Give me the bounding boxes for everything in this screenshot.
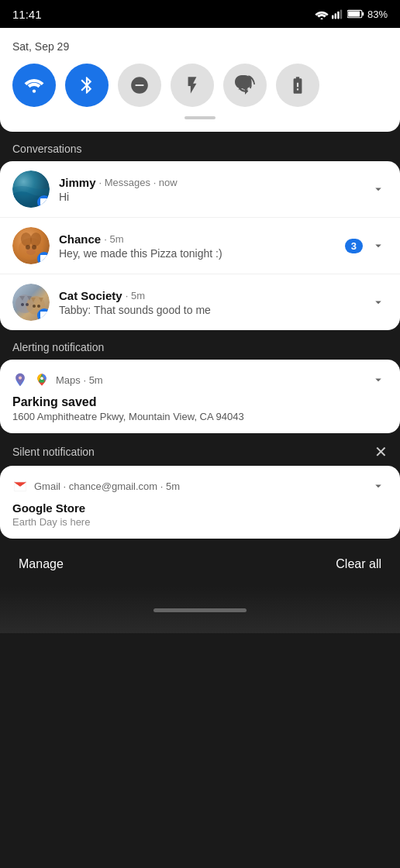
status-icons: 83% — [315, 9, 388, 20]
svg-point-27 — [40, 377, 43, 380]
svg-rect-4 — [340, 9, 342, 19]
conversation-chance[interactable]: Chance · 5m Hey, we made this Pizza toni… — [0, 217, 400, 274]
manage-button[interactable]: Manage — [19, 557, 64, 571]
expand-chance[interactable] — [369, 236, 388, 255]
alert-app-name: Maps · 5m — [56, 374, 363, 386]
battery-saver-tile[interactable] — [276, 64, 319, 107]
alert-body: 1600 Amphitheatre Pkwy, Mountain View, C… — [12, 411, 388, 422]
wifi-tile[interactable] — [12, 64, 56, 107]
expand-gmail[interactable] — [369, 477, 388, 495]
svg-rect-3 — [337, 12, 339, 19]
bottom-blur-area — [0, 587, 400, 633]
conv-content-cat: Cat Society · 5m Tabby: That sounds good… — [59, 289, 363, 316]
avatar-cat-society — [12, 284, 50, 321]
dnd-tile[interactable] — [118, 64, 161, 107]
svg-point-14 — [32, 245, 36, 250]
conversation-cat-society[interactable]: Cat Society · 5m Tabby: That sounds good… — [0, 274, 400, 330]
flashlight-tile[interactable] — [171, 64, 214, 107]
conv-name-jimmy: Jimmy — [59, 176, 96, 189]
alert-title: Parking saved — [12, 395, 388, 409]
maps-icon — [12, 372, 28, 388]
quick-settings-panel: Sat, Sep 29 — [0, 28, 400, 132]
conv-name-chance: Chance — [59, 232, 101, 246]
status-bar: 11:41 83% — [0, 0, 400, 28]
conv-content-jimmy: Jimmy · Messages · now Hi — [59, 176, 363, 203]
bottom-bar: Manage Clear all — [0, 542, 400, 587]
svg-point-15 — [26, 249, 36, 255]
alerting-label: Alerting notification — [0, 330, 400, 360]
expand-alerting[interactable] — [369, 370, 388, 389]
gmail-notification[interactable]: Gmail · chance@gmail.com · 5m Google Sto… — [0, 466, 400, 539]
svg-rect-7 — [348, 11, 360, 16]
home-indicator[interactable] — [153, 608, 247, 612]
bluetooth-tile[interactable] — [65, 64, 109, 107]
battery-status-icon — [347, 9, 364, 19]
quick-settings-date: Sat, Sep 29 — [12, 40, 388, 53]
wifi-status-icon — [315, 9, 329, 19]
status-time: 11:41 — [12, 8, 42, 21]
clear-all-button[interactable]: Clear all — [336, 557, 381, 571]
svg-point-25 — [37, 305, 40, 308]
rotate-tile[interactable] — [223, 64, 267, 107]
gmail-body: Earth Day is here — [12, 516, 388, 528]
alerting-notification[interactable]: Maps · 5m Parking saved 1600 Amphitheatr… — [0, 360, 400, 433]
svg-rect-6 — [362, 12, 364, 16]
conv-actions-cat — [369, 293, 388, 312]
svg-rect-1 — [332, 16, 333, 19]
alert-header: Maps · 5m — [12, 370, 388, 389]
maps-app-icon — [34, 372, 50, 388]
gmail-header: Gmail · chance@gmail.com · 5m — [12, 477, 388, 495]
svg-point-13 — [26, 245, 30, 250]
conversation-jimmy[interactable]: Jimmy · Messages · now Hi — [0, 161, 400, 217]
expand-jimmy[interactable] — [369, 180, 388, 198]
conv-message-chance: Hey, we made this Pizza tonight :) — [59, 247, 339, 260]
messages-badge-jimmy — [37, 195, 50, 208]
svg-point-24 — [33, 305, 36, 308]
silent-close-button[interactable]: ✕ — [374, 444, 388, 460]
signal-status-icon — [332, 9, 344, 19]
quick-tiles — [12, 64, 388, 107]
conv-message-jimmy: Hi — [59, 191, 363, 203]
unread-badge-chance: 3 — [345, 239, 363, 253]
silent-notification-header: Silent notification ✕ — [0, 433, 400, 466]
svg-point-22 — [21, 303, 24, 306]
avatar-jimmy — [12, 170, 50, 208]
messages-badge-cat — [37, 308, 50, 321]
conv-name-cat: Cat Society — [59, 289, 122, 302]
svg-point-8 — [33, 89, 36, 92]
gmail-title: Google Store — [12, 501, 388, 515]
conv-content-chance: Chance · 5m Hey, we made this Pizza toni… — [59, 232, 339, 260]
gmail-app-info: Gmail · chance@gmail.com · 5m — [34, 480, 363, 492]
conv-actions-chance: 3 — [345, 236, 388, 255]
svg-rect-2 — [335, 13, 336, 19]
gmail-icon — [12, 478, 28, 494]
avatar-chance — [12, 227, 50, 264]
conversations-label: Conversations — [0, 132, 400, 161]
svg-point-0 — [320, 18, 322, 19]
silent-label: Silent notification — [12, 446, 95, 458]
expand-cat[interactable] — [369, 293, 388, 312]
svg-point-23 — [26, 303, 29, 306]
messages-badge-chance — [37, 252, 50, 264]
conversations-card: Jimmy · Messages · now Hi — [0, 161, 400, 330]
quick-settings-handle[interactable] — [184, 116, 216, 119]
conv-message-cat: Tabby: That sounds good to me — [59, 304, 363, 316]
conv-actions-jimmy — [369, 180, 388, 198]
battery-percentage: 83% — [367, 9, 388, 20]
